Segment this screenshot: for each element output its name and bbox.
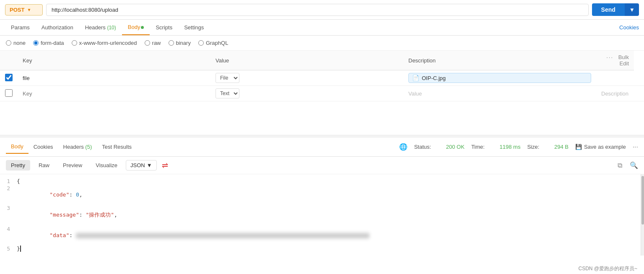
response-meta: 🌐 Status: 200 OK Time: 1198 ms Size: 294… — [399, 143, 638, 151]
json-line-2: 2 "code": 0, — [0, 185, 639, 204]
resp-headers-label: Headers — [63, 144, 86, 150]
save-example-label: Save as example — [584, 144, 626, 150]
col-description: Description — [403, 51, 596, 70]
key-field[interactable] — [23, 75, 165, 81]
json-select-chevron: ▼ — [147, 162, 152, 168]
tab-body[interactable]: Body — [122, 20, 150, 35]
fmt-tab-visualize[interactable]: Visualize — [91, 160, 122, 171]
wrap-icon[interactable]: ⇌ — [162, 161, 168, 170]
empty-value-placeholder[interactable]: Value — [408, 90, 422, 97]
line-content-3: "message": "操作成功", — [17, 205, 117, 225]
option-none-label: none — [13, 40, 26, 46]
json-line-5: 5 } — [0, 245, 639, 252]
json-line-3: 3 "message": "操作成功", — [0, 204, 639, 225]
top-bar: POST ▼ Send ▼ — [0, 0, 644, 20]
col-value: Value — [210, 51, 403, 70]
body-options-row: none form-data x-www-form-urlencoded raw… — [0, 36, 644, 51]
fmt-tab-raw[interactable]: Raw — [34, 160, 55, 171]
tab-params[interactable]: Params — [5, 20, 36, 35]
copy-icon[interactable]: ⧉ — [618, 162, 622, 169]
url-input[interactable] — [46, 4, 589, 16]
radio-none[interactable] — [6, 40, 11, 46]
option-urlencoded-label: x-www-form-urlencoded — [79, 40, 137, 46]
status-label: Status: — [414, 144, 431, 150]
option-none[interactable]: none — [6, 40, 26, 46]
json-format-label: JSON — [130, 162, 145, 168]
line-content-5: } — [17, 246, 21, 252]
method-selector[interactable]: POST ▼ — [5, 4, 43, 16]
more-dots-icon[interactable]: ··· — [606, 54, 613, 60]
col-key: Key — [18, 51, 210, 70]
resp-tab-cookies-label: Cookies — [34, 144, 53, 150]
response-header: Body Cookies Headers (5) Test Results 🌐 … — [0, 137, 644, 157]
resp-tab-cookies[interactable]: Cookies — [29, 140, 58, 153]
line-content-4: "data": — [17, 226, 369, 245]
tab-authorization[interactable]: Authorization — [36, 20, 79, 35]
fmt-tab-preview[interactable]: Preview — [58, 160, 87, 171]
radio-raw[interactable] — [145, 40, 150, 46]
line-num-2: 2 — [0, 185, 17, 204]
request-tabs-row: Params Authorization Headers (10) Body S… — [0, 20, 644, 36]
option-binary[interactable]: binary — [169, 40, 191, 46]
method-chevron-icon: ▼ — [27, 8, 31, 12]
tab-body-label: Body — [128, 24, 140, 30]
radio-graphql[interactable] — [198, 40, 204, 46]
save-example-button[interactable]: 💾 Save as example — [575, 144, 626, 150]
time-value: 1198 ms — [500, 144, 521, 150]
option-form-data-label: form-data — [41, 40, 64, 46]
send-dropdown-button[interactable]: ▼ — [625, 3, 639, 16]
send-btn-group: Send ▼ — [592, 3, 639, 16]
json-viewer: 1 { 2 "code": 0, 3 "message": "操作成功", 4 … — [0, 174, 644, 256]
headers-badge: (10) — [107, 25, 116, 31]
empty-row-checkbox[interactable] — [5, 89, 13, 97]
line-content-2: "code": 0, — [17, 185, 83, 204]
option-graphql[interactable]: GraphQL — [198, 40, 228, 46]
tab-settings[interactable]: Settings — [178, 20, 210, 35]
empty-key-field[interactable] — [23, 90, 165, 97]
body-dot — [141, 26, 144, 29]
fmt-tab-pretty[interactable]: Pretty — [6, 160, 30, 171]
resp-tab-test-results[interactable]: Test Results — [97, 140, 137, 153]
line-content-1: { — [17, 178, 20, 184]
globe-icon: 🌐 — [399, 143, 408, 151]
cookies-link[interactable]: Cookies — [619, 24, 639, 31]
size-value: 294 B — [554, 144, 569, 150]
send-button[interactable]: Send — [592, 3, 625, 16]
spacer — [0, 101, 644, 135]
resp-headers-badge: (5) — [85, 144, 92, 150]
table-row-empty: Text File Value Description — [0, 86, 644, 101]
bulk-edit-button[interactable]: Bulk Edit — [618, 54, 629, 67]
resp-tab-body[interactable]: Body — [6, 140, 29, 154]
scrollbar[interactable] — [641, 174, 644, 256]
response-more-dots[interactable]: ··· — [633, 143, 638, 151]
search-response-icon[interactable]: 🔍 — [630, 161, 638, 169]
radio-binary[interactable] — [169, 40, 174, 46]
tab-headers[interactable]: Headers (10) — [79, 20, 122, 35]
format-bar: Pretty Raw Preview Visualize JSON ▼ ⇌ ⧉ … — [0, 157, 644, 174]
json-format-select[interactable]: JSON ▼ — [126, 160, 157, 171]
file-value: 📄 OIP-C.jpg — [408, 73, 591, 83]
radio-form-data[interactable] — [33, 40, 39, 46]
resp-tab-body-label: Body — [11, 143, 23, 150]
empty-desc-placeholder: Description — [601, 90, 628, 97]
option-urlencoded[interactable]: x-www-form-urlencoded — [72, 40, 137, 46]
radio-urlencoded[interactable] — [72, 40, 77, 46]
col-actions: ··· Bulk Edit — [596, 51, 634, 70]
tab-headers-label: Headers — [85, 24, 107, 31]
size-label: Size: — [527, 144, 539, 150]
empty-type-select[interactable]: Text File — [216, 88, 239, 98]
tab-scripts[interactable]: Scripts — [150, 20, 178, 35]
json-line-4: 4 "data": — [0, 225, 639, 245]
scrollbar-thumb — [641, 176, 644, 225]
line-num-1: 1 — [0, 178, 17, 184]
resp-tab-headers[interactable]: Headers (5) — [58, 140, 97, 153]
type-select[interactable]: File Text — [216, 73, 239, 83]
save-icon: 💾 — [575, 144, 582, 150]
line-num-3: 3 — [0, 205, 17, 225]
row-checkbox[interactable] — [5, 74, 13, 81]
watermark: CSDN @爱跑步的程序员~ — [571, 264, 644, 274]
option-raw[interactable]: raw — [145, 40, 161, 46]
json-line-1: 1 { — [0, 178, 639, 185]
method-label: POST — [10, 7, 24, 13]
option-form-data[interactable]: form-data — [33, 40, 64, 46]
